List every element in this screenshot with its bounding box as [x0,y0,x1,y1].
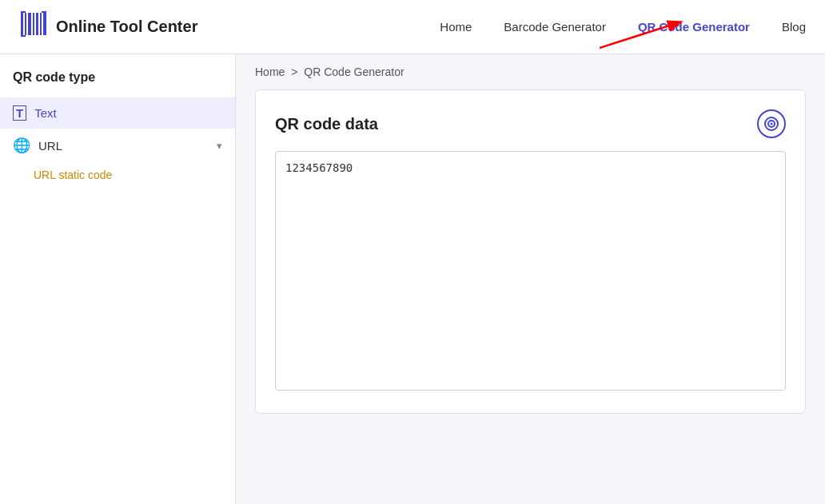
main-content: Home > QR Code Generator QR code data 12… [236,54,825,504]
url-left: 🌐 URL [13,137,62,154]
svg-rect-10 [45,11,46,16]
nav-home[interactable]: Home [440,20,472,34]
sidebar-subitem-url-static[interactable]: URL static code [0,162,235,188]
sidebar-item-text[interactable]: T Text [0,97,235,129]
main-nav: Home Barcode Generator QR Code Generator… [440,20,806,34]
globe-icon: 🌐 [13,137,30,154]
nav-blog[interactable]: Blog [782,20,806,34]
svg-point-17 [771,123,773,125]
sidebar-item-url[interactable]: 🌐 URL ▾ [0,129,235,162]
svg-rect-4 [36,13,38,35]
layout: QR code type T Text 🌐 URL ▾ URL static c… [0,54,825,504]
breadcrumb-home[interactable]: Home [255,65,285,78]
svg-rect-12 [21,32,22,37]
logo-area: Online Tool Center [19,10,197,44]
chevron-down-icon: ▾ [217,140,222,152]
sidebar: QR code type T Text 🌐 URL ▾ URL static c… [0,54,236,504]
qr-data-textarea[interactable]: 1234567890 [275,151,786,391]
svg-rect-3 [33,13,34,35]
svg-rect-8 [21,11,22,16]
qr-code-card: QR code data 1234567890 [255,89,806,414]
breadcrumb-current: QR Code Generator [304,65,404,78]
svg-rect-1 [25,13,26,35]
svg-rect-2 [28,13,31,35]
sidebar-title: QR code type [0,70,235,97]
nav-barcode[interactable]: Barcode Generator [504,20,606,34]
sidebar-item-text-label: Text [34,106,57,120]
sidebar-item-url-label: URL [38,139,62,153]
logo-text: Online Tool Center [56,18,197,36]
card-header: QR code data [275,109,786,138]
logo-barcode-icon [19,10,48,44]
header: Online Tool Center Home Barcode Generato… [0,0,825,54]
text-type-icon: T [13,105,26,121]
svg-rect-0 [21,13,23,35]
nav-qr-code[interactable]: QR Code Generator [638,20,750,34]
qr-target-icon [763,116,779,132]
qr-scan-icon-button[interactable] [757,109,786,138]
svg-rect-5 [40,13,42,35]
svg-rect-6 [43,13,46,35]
card-title: QR code data [275,115,378,133]
breadcrumb-separator: > [291,65,297,78]
breadcrumb: Home > QR Code Generator [236,54,825,89]
